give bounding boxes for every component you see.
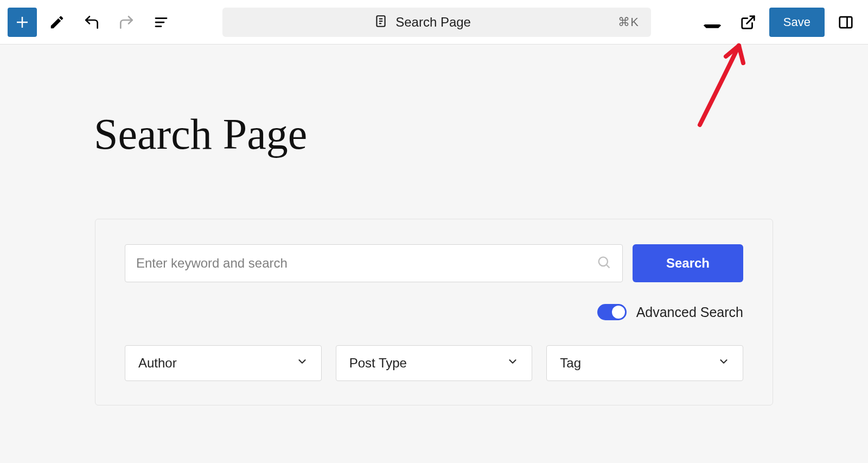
advanced-search-label: Advanced Search: [636, 305, 743, 320]
select-label: Post Type: [349, 356, 407, 371]
page-icon: [374, 14, 388, 30]
advanced-search-row: Advanced Search: [125, 304, 743, 320]
select-label: Author: [138, 356, 177, 371]
author-select[interactable]: Author: [125, 345, 322, 381]
save-button[interactable]: Save: [769, 8, 825, 37]
svg-rect-11: [840, 17, 852, 28]
editor-canvas[interactable]: Search Page Search Advanced Search Autho…: [0, 45, 868, 463]
view-button[interactable]: [698, 8, 727, 37]
desktop-icon: [704, 14, 721, 31]
chevron-down-icon: [507, 356, 519, 371]
tag-select[interactable]: Tag: [546, 345, 743, 381]
plus-icon: [14, 14, 30, 30]
document-title: Search Page: [395, 15, 471, 30]
edit-tool-button[interactable]: [42, 8, 72, 37]
advanced-search-toggle[interactable]: [597, 304, 627, 320]
search-input-wrapper[interactable]: [125, 244, 623, 282]
external-link-button[interactable]: [733, 8, 763, 37]
external-link-icon: [740, 14, 756, 30]
editor-toolbar: Search Page ⌘K Save: [0, 0, 868, 45]
undo-button[interactable]: [77, 8, 106, 37]
redo-icon: [118, 14, 135, 31]
add-block-button[interactable]: [8, 8, 37, 37]
select-label: Tag: [560, 356, 581, 371]
sidebar-icon: [838, 14, 854, 30]
svg-point-13: [599, 257, 608, 266]
document-bar[interactable]: Search Page ⌘K: [222, 8, 651, 37]
undo-icon: [83, 14, 100, 31]
search-input[interactable]: [136, 256, 596, 271]
search-block[interactable]: Search Advanced Search Author Post Type …: [95, 219, 773, 405]
search-row: Search: [125, 244, 743, 282]
pencil-icon: [49, 14, 65, 30]
document-overview-button[interactable]: [146, 8, 176, 37]
page-title[interactable]: Search Page: [94, 110, 868, 159]
svg-line-10: [746, 16, 754, 23]
filter-selects-row: Author Post Type Tag: [125, 345, 743, 381]
chevron-down-icon: [718, 356, 730, 371]
redo-button[interactable]: [112, 8, 141, 37]
command-shortcut: ⌘K: [618, 15, 639, 29]
post-type-select[interactable]: Post Type: [336, 345, 533, 381]
svg-line-14: [607, 265, 609, 268]
search-icon: [596, 255, 611, 272]
toolbar-right-group: Save: [698, 8, 860, 37]
settings-sidebar-toggle[interactable]: [831, 8, 860, 37]
search-button[interactable]: Search: [633, 244, 743, 282]
toolbar-center: Search Page ⌘K: [186, 8, 688, 37]
chevron-down-icon: [296, 356, 308, 371]
toolbar-left-group: [8, 8, 176, 37]
list-icon: [153, 14, 169, 30]
